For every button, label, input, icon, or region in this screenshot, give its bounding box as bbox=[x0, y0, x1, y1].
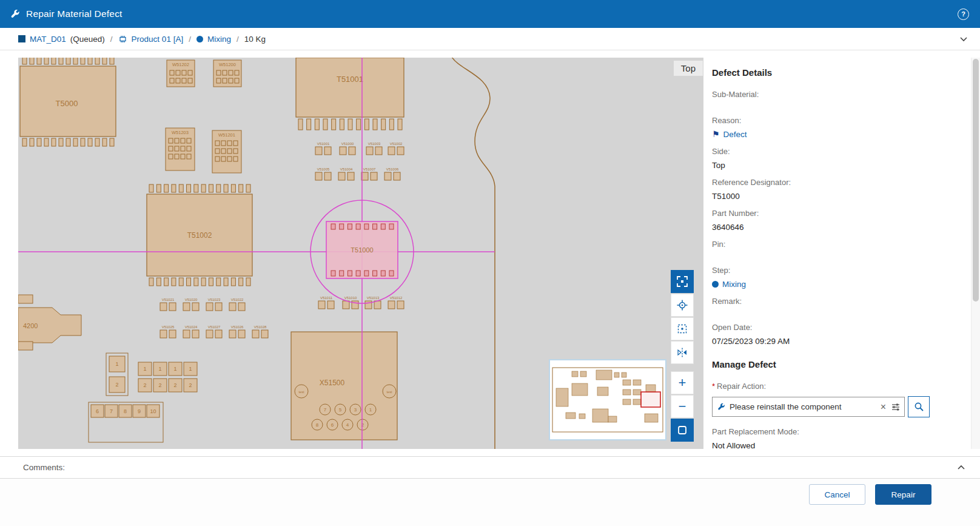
svg-text:T51001: T51001 bbox=[337, 75, 363, 84]
region-select-icon bbox=[677, 323, 688, 334]
viewer-toolbar-zoom: + − bbox=[671, 371, 694, 442]
field-side: Side: Top bbox=[712, 147, 966, 170]
svg-text:5: 5 bbox=[339, 407, 342, 413]
svg-text:V51000: V51000 bbox=[341, 142, 354, 146]
svg-text:V51026: V51026 bbox=[231, 325, 244, 329]
svg-text:V51006: V51006 bbox=[386, 167, 399, 171]
svg-text:V51023: V51023 bbox=[208, 298, 221, 302]
part-number-label: Part Number: bbox=[712, 209, 966, 218]
svg-text:1: 1 bbox=[158, 366, 161, 372]
pin-value bbox=[712, 253, 966, 258]
zoom-out-button[interactable]: − bbox=[671, 395, 694, 418]
svg-text:6: 6 bbox=[331, 422, 334, 428]
side-label: Side: bbox=[712, 147, 966, 156]
side-value: Top bbox=[712, 160, 966, 170]
svg-text:V51003: V51003 bbox=[368, 142, 381, 146]
minus-icon: − bbox=[679, 400, 686, 413]
breadcrumb-step-link[interactable]: Mixing bbox=[207, 35, 231, 44]
page-title: Repair Material Defect bbox=[26, 8, 122, 19]
breadcrumb-separator: / bbox=[235, 35, 240, 44]
svg-text:8: 8 bbox=[316, 422, 319, 428]
field-step: Step: Mixing bbox=[712, 266, 966, 289]
svg-text:T51002: T51002 bbox=[187, 231, 212, 240]
svg-text:1: 1 bbox=[189, 366, 192, 372]
step-link[interactable]: Mixing bbox=[722, 280, 746, 289]
breadcrumb-separator: / bbox=[187, 35, 192, 44]
cancel-button[interactable]: Cancel bbox=[809, 484, 865, 505]
field-pin: Pin: bbox=[712, 240, 966, 258]
field-reference-designator: Reference Designator: T51000 bbox=[712, 178, 966, 201]
overview-icon bbox=[677, 425, 688, 436]
svg-text:V51007: V51007 bbox=[363, 167, 376, 171]
svg-text:4: 4 bbox=[346, 422, 349, 428]
remark-label: Remark: bbox=[712, 297, 966, 306]
svg-text:3: 3 bbox=[354, 407, 357, 413]
expand-comments-button[interactable] bbox=[956, 464, 967, 471]
breadcrumb: MAT_D01 (Queued) / Product 01 [A] / Mixi… bbox=[0, 28, 980, 50]
svg-text:V51020: V51020 bbox=[185, 298, 198, 302]
region-zoom-button[interactable] bbox=[671, 317, 694, 340]
svg-text:V51012: V51012 bbox=[390, 296, 403, 300]
pcb-viewer[interactable]: T5000T51001T51002W51202W51200W51203W5120… bbox=[18, 58, 703, 449]
reference-designator-label: Reference Designator: bbox=[712, 178, 966, 187]
center-selection-button[interactable] bbox=[671, 294, 694, 317]
svg-text:V51028: V51028 bbox=[254, 325, 267, 329]
panel-scrollbar[interactable] bbox=[971, 58, 980, 449]
help-button[interactable]: ? bbox=[958, 8, 969, 20]
svg-text:W51203: W51203 bbox=[172, 130, 189, 135]
svg-text:W51200: W51200 bbox=[219, 62, 236, 67]
clear-repair-action-button[interactable]: × bbox=[879, 402, 887, 413]
svg-text:X51500: X51500 bbox=[320, 379, 345, 387]
svg-text:1: 1 bbox=[143, 366, 146, 372]
breadcrumb-product-link[interactable]: Product 01 [A] bbox=[132, 35, 184, 44]
wrench-icon bbox=[717, 403, 725, 411]
minimap[interactable] bbox=[549, 359, 666, 440]
repair-action-input[interactable]: Please reinstall the component × bbox=[712, 397, 905, 417]
step-icon bbox=[196, 36, 203, 42]
step-icon bbox=[712, 281, 719, 288]
svg-text:7: 7 bbox=[324, 407, 327, 413]
svg-text:V51027: V51027 bbox=[208, 325, 221, 329]
svg-text:1: 1 bbox=[173, 366, 176, 372]
svg-text:V51005: V51005 bbox=[317, 167, 330, 171]
toggle-minimap-button[interactable] bbox=[671, 419, 694, 442]
crosshair-icon bbox=[677, 300, 688, 311]
filter-icon[interactable] bbox=[891, 403, 900, 411]
required-asterisk: * bbox=[712, 382, 715, 391]
sub-material-label: Sub-Material: bbox=[712, 90, 966, 99]
minimap-canvas bbox=[550, 360, 665, 439]
svg-text:V51024: V51024 bbox=[185, 325, 198, 329]
search-repair-action-button[interactable] bbox=[908, 396, 930, 417]
svg-text:2: 2 bbox=[115, 382, 118, 388]
main-content: T5000T51001T51002W51202W51200W51203W5120… bbox=[0, 50, 980, 456]
collapse-breadcrumb-button[interactable] bbox=[958, 35, 969, 43]
flip-board-button[interactable] bbox=[671, 341, 694, 364]
svg-text:7: 7 bbox=[110, 408, 113, 414]
sub-material-value bbox=[712, 103, 966, 108]
breadcrumb-material-link[interactable]: MAT_D01 bbox=[30, 35, 66, 44]
reason-link[interactable]: Defect bbox=[723, 130, 747, 139]
product-icon bbox=[118, 35, 127, 44]
svg-text:10: 10 bbox=[150, 408, 156, 414]
field-part-replacement-mode: Part Replacement Mode: Not Allowed bbox=[712, 427, 966, 449]
svg-text:2: 2 bbox=[173, 382, 176, 388]
repair-button[interactable]: Repair bbox=[875, 484, 931, 505]
svg-text:4200: 4200 bbox=[23, 322, 38, 329]
svg-text:W51201: W51201 bbox=[218, 132, 235, 138]
zoom-in-button[interactable]: + bbox=[671, 371, 694, 394]
svg-text:V51002: V51002 bbox=[390, 142, 403, 146]
step-label: Step: bbox=[712, 266, 966, 275]
reference-designator-value: T51000 bbox=[712, 191, 966, 201]
svg-text:V51025: V51025 bbox=[162, 325, 175, 329]
board-side-label: Top bbox=[674, 61, 703, 76]
part-replacement-mode-value: Not Allowed bbox=[712, 440, 966, 449]
fit-view-button[interactable] bbox=[671, 270, 694, 293]
scrollbar-thumb[interactable] bbox=[973, 59, 979, 302]
svg-text:test: test bbox=[387, 390, 392, 394]
wrench-icon bbox=[10, 9, 20, 19]
flip-horizontal-icon bbox=[677, 347, 688, 358]
chevron-up-icon bbox=[957, 465, 965, 470]
svg-text:6: 6 bbox=[96, 408, 99, 414]
fit-view-icon bbox=[677, 276, 688, 287]
field-remark: Remark: bbox=[712, 297, 966, 315]
